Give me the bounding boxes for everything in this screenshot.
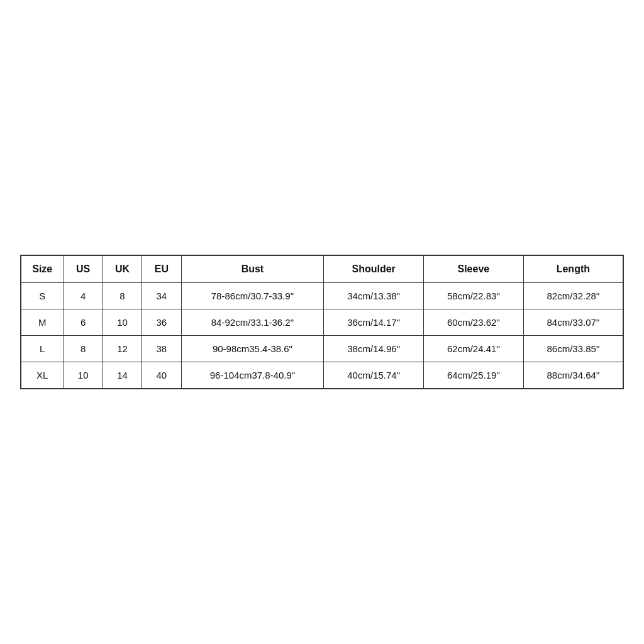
row-3-size: XL	[21, 362, 64, 389]
row-1-us: 6	[64, 309, 103, 336]
row-0-length: 82cm/32.28"	[523, 283, 623, 309]
row-0-shoulder: 34cm/13.38"	[324, 283, 424, 309]
header-length: Length	[523, 255, 623, 283]
row-3-bust: 96-104cm37.8-40.9"	[181, 362, 324, 389]
table-row: L8123890-98cm35.4-38.6"38cm/14.96"62cm/2…	[21, 336, 623, 362]
row-0-uk: 8	[103, 283, 142, 309]
row-3-uk: 14	[103, 362, 142, 389]
row-0-sleeve: 58cm/22.83"	[424, 283, 524, 309]
row-3-length: 88cm/34.64"	[523, 362, 623, 389]
header-shoulder: Shoulder	[324, 255, 424, 283]
header-bust: Bust	[181, 255, 324, 283]
row-1-sleeve: 60cm/23.62"	[424, 309, 524, 336]
row-2-shoulder: 38cm/14.96"	[324, 336, 424, 362]
row-1-bust: 84-92cm/33.1-36.2"	[181, 309, 324, 336]
row-1-shoulder: 36cm/14.17"	[324, 309, 424, 336]
table-header-row: Size US UK EU Bust Shoulder Sleeve Lengt…	[21, 255, 623, 283]
row-1-size: M	[21, 309, 64, 336]
row-0-eu: 34	[142, 283, 181, 309]
header-sleeve: Sleeve	[424, 255, 524, 283]
row-3-us: 10	[64, 362, 103, 389]
row-2-length: 86cm/33.85"	[523, 336, 623, 362]
row-1-eu: 36	[142, 309, 181, 336]
table-row: S483478-86cm/30.7-33.9"34cm/13.38"58cm/2…	[21, 283, 623, 309]
row-2-sleeve: 62cm/24.41"	[424, 336, 524, 362]
row-2-size: L	[21, 336, 64, 362]
header-uk: UK	[103, 255, 142, 283]
row-3-eu: 40	[142, 362, 181, 389]
row-2-uk: 12	[103, 336, 142, 362]
row-0-size: S	[21, 283, 64, 309]
row-3-shoulder: 40cm/15.74"	[324, 362, 424, 389]
size-chart-table: Size US UK EU Bust Shoulder Sleeve Lengt…	[20, 255, 624, 389]
header-eu: EU	[142, 255, 181, 283]
size-chart-container: Size US UK EU Bust Shoulder Sleeve Lengt…	[20, 255, 624, 389]
header-size: Size	[21, 255, 64, 283]
row-1-length: 84cm/33.07"	[523, 309, 623, 336]
table-row: XL10144096-104cm37.8-40.9"40cm/15.74"64c…	[21, 362, 623, 389]
row-2-eu: 38	[142, 336, 181, 362]
row-0-us: 4	[64, 283, 103, 309]
row-2-us: 8	[64, 336, 103, 362]
row-2-bust: 90-98cm35.4-38.6"	[181, 336, 324, 362]
row-1-uk: 10	[103, 309, 142, 336]
row-0-bust: 78-86cm/30.7-33.9"	[181, 283, 324, 309]
row-3-sleeve: 64cm/25.19"	[424, 362, 524, 389]
table-row: M6103684-92cm/33.1-36.2"36cm/14.17"60cm/…	[21, 309, 623, 336]
header-us: US	[64, 255, 103, 283]
